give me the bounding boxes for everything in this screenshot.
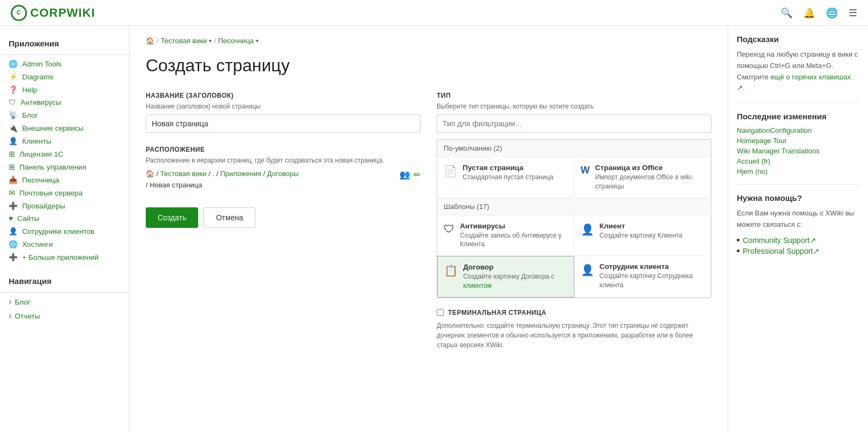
location-box: 🏠 / Тестовая вики / . / Приложения / Дог… (146, 168, 421, 191)
apps-section-title: Приложения (0, 35, 129, 52)
sidebar-item-label: Лицензии 1С (19, 150, 63, 158)
rss-icon: 📡 (9, 111, 18, 119)
hints-link[interactable]: ещё о горячих клавишах (770, 73, 851, 81)
location-contracts-link[interactable]: Договоры (267, 170, 299, 178)
sidebar-item-licenses[interactable]: ⊞ Лицензии 1С (0, 147, 129, 160)
breadcrumb-sandbox[interactable]: Песочница (218, 37, 254, 45)
sidebar-item-external-services[interactable]: 🔌 Внешние сервисы (0, 122, 129, 134)
type-item-office[interactable]: W Страница из Office Импорт документов O… (574, 157, 711, 198)
sidebar-item-providers[interactable]: ➕ Провайдеры (0, 199, 129, 212)
office-page-name: Страница из Office (595, 164, 704, 172)
sidebar-nav-reports[interactable]: Отчеты (0, 309, 129, 323)
search-icon[interactable]: 🔍 (781, 7, 792, 19)
blank-page-icon: 📄 (444, 165, 457, 178)
sidebar-nav-blog[interactable]: Блог (0, 295, 129, 309)
contract-icon: 📋 (444, 264, 458, 277)
header: C CORPWIKI 🔍 🔔 🌐 ☰ (0, 0, 868, 26)
sidebar-item-label: Сайты (17, 214, 39, 222)
bullet-dot-1 (737, 239, 740, 241)
contract-name: Договор (463, 263, 567, 271)
heart-icon: ♥ (9, 214, 13, 222)
type-item-client-text: Клиент Создайте карточку Клиента (600, 222, 683, 240)
location-edit-icon[interactable]: ✏ (413, 170, 421, 180)
bell-icon[interactable]: 🔔 (803, 7, 815, 19)
help-link-community-row: Community Support↗ (737, 236, 859, 245)
location-field-hint: Расположение в иерархии страниц, где буд… (146, 157, 421, 164)
logo-icon: C (11, 5, 27, 21)
contract-link[interactable]: клиентом (463, 282, 492, 289)
employee-desc: Создайте карточку Сотрудника клиента (600, 272, 704, 290)
sidebar-item-label: Песочница (22, 176, 59, 184)
logo[interactable]: C CORPWIKI (11, 5, 95, 21)
form-buttons: Создать Отмена (146, 207, 421, 228)
breadcrumb-wiki[interactable]: Тестовая вики (161, 37, 207, 45)
type-field-label: ТИП (437, 92, 711, 99)
sidebar-item-more-apps[interactable]: ➕ + Больше приложений (0, 251, 129, 264)
sidebar-item-staff[interactable]: 👤 Сотрудники клиентов (0, 225, 129, 238)
sidebar-item-diagrams[interactable]: ⚡ Diagrams (0, 70, 129, 83)
recent-item-1[interactable]: NavigationConfiguration (737, 126, 859, 134)
location-tree-icon[interactable]: 👥 (399, 170, 410, 180)
location-apps-link[interactable]: Приложения (220, 170, 261, 178)
type-item-contract-text: Договор Создайте карточку Договора с кли… (463, 263, 567, 291)
breadcrumb-sep1: / (157, 37, 159, 45)
type-item-client[interactable]: 👤 Клиент Создайте карточку Клиента (574, 215, 711, 256)
hints-link-prefix: Смотрите (737, 73, 770, 81)
sidebar-item-hostings[interactable]: 🌐 Хостинги (0, 238, 129, 251)
right-panel: Подсказки Переход на любую страницу в ви… (728, 26, 868, 432)
nav-section-title: Навигация (0, 272, 129, 290)
sidebar-item-mail-servers[interactable]: ✉ Почтовые сервера (0, 186, 129, 199)
sidebar-item-antivirus[interactable]: 🛡 Антивирусы (0, 96, 129, 109)
recent-item-5[interactable]: Hjem (no) (737, 167, 859, 176)
sidebar-item-label: Diagrams (22, 73, 53, 81)
globe-icon[interactable]: 🌐 (826, 7, 838, 19)
grid-icon: ⊞ (9, 150, 15, 158)
type-item-blank[interactable]: 📄 Пустая страница Стандартная пустая стр… (437, 157, 574, 198)
plus-circle-icon: ➕ (9, 253, 18, 261)
type-filter-input[interactable] (437, 114, 711, 133)
help-link-professional[interactable]: Professional Support↗ (743, 247, 819, 255)
type-item-contract[interactable]: 📋 Договор Создайте карточку Договора с к… (437, 256, 574, 298)
header-icons: 🔍 🔔 🌐 ☰ (781, 7, 857, 19)
plus-icon: ➕ (9, 201, 18, 210)
blank-page-name: Пустая страница (463, 164, 553, 172)
lightning-icon: ⚡ (9, 72, 18, 81)
sidebar-item-label: Блог (22, 111, 38, 119)
sidebar-item-sites[interactable]: ♥ Сайты (0, 212, 129, 225)
hints-text: Переход на любую страницу в вики с помощ… (737, 49, 859, 94)
sidebar-item-label: + Больше приложений (22, 253, 99, 261)
sidebar-item-admin-tools[interactable]: 🌐 Admin Tools (0, 57, 129, 70)
type-item-antivirus[interactable]: 🛡 Антивирусы Создайте запись об Антивиру… (437, 215, 574, 256)
person-icon: 👤 (9, 227, 18, 235)
breadcrumb-wiki-dropdown[interactable]: ▾ (209, 38, 212, 44)
plug-icon: 🔌 (9, 124, 18, 132)
help-link-community[interactable]: Community Support↗ (743, 236, 816, 245)
recent-item-3[interactable]: Wiki Manager Translations (737, 147, 859, 155)
breadcrumb-sep2: / (214, 37, 216, 45)
type-item-employee-text: Сотрудник клиента Создайте карточку Сотр… (600, 262, 704, 290)
location-icons: 👥 ✏ (399, 170, 421, 180)
sidebar-item-label: Антивирусы (21, 98, 61, 106)
sidebar-item-panel[interactable]: ⊞ Панель управления (0, 160, 129, 173)
breadcrumb-home[interactable]: 🏠 (146, 37, 154, 45)
location-wiki-link[interactable]: Тестовая вики (160, 170, 207, 178)
sidebar-item-help[interactable]: ❓ Help (0, 83, 129, 96)
type-item-employee[interactable]: 👤 Сотрудник клиента Создайте карточку Со… (574, 256, 711, 298)
breadcrumb-sandbox-dropdown[interactable]: ▾ (256, 38, 259, 44)
recent-item-2[interactable]: Homepage Tour (737, 137, 859, 145)
form-right: ТИП Выберите тип страницы, которую вы хо… (437, 92, 711, 350)
sidebar-item-label: Клиенты (22, 137, 51, 145)
name-field-label: НАЗВАНИЕ (ЗАГОЛОВОК) (146, 92, 421, 99)
create-button[interactable]: Создать (146, 207, 198, 228)
menu-icon[interactable]: ☰ (849, 7, 857, 19)
terminal-checkbox[interactable] (437, 309, 444, 316)
sidebar-item-sandbox[interactable]: 📥 Песочница (0, 173, 129, 186)
help-text: Если Вам нужна помощь с XWiki вы можете … (737, 208, 859, 231)
recent-item-4[interactable]: Accueil (fr) (737, 157, 859, 165)
sidebar-item-blog[interactable]: 📡 Блог (0, 109, 129, 122)
cancel-button[interactable]: Отмена (204, 207, 255, 228)
type-item-antivirus-text: Антивирусы Создайте запись об Антивирусе… (460, 222, 567, 249)
blank-page-desc: Стандартная пустая страница (463, 173, 553, 182)
name-input[interactable] (146, 114, 421, 133)
sidebar-item-clients[interactable]: 👤 Клиенты (0, 134, 129, 147)
